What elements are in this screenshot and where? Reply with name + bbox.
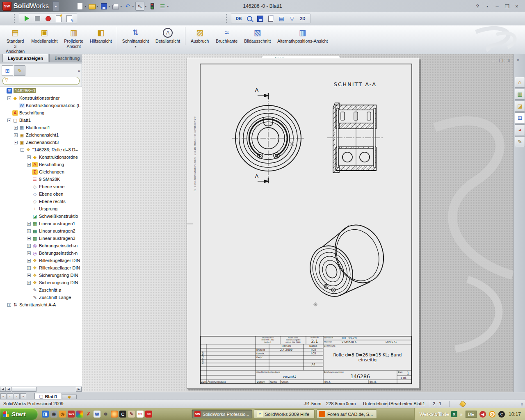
chrome-icon[interactable] [76, 411, 83, 418]
x-app-icon[interactable]: ✗ [85, 411, 92, 418]
paint-icon[interactable]: ✎ [128, 411, 135, 418]
ribbon-button[interactable]: ▥ Alternativpositions-Ansicht [274, 27, 331, 45]
camera-icon[interactable]: ◉ [50, 411, 57, 418]
task-pane-tab[interactable]: ◕ [515, 124, 525, 135]
language-indicator[interactable]: DE [466, 411, 477, 418]
tree-item[interactable]: Σ Gleichungen [0, 168, 82, 176]
section-view[interactable] [327, 103, 384, 173]
help-caret-icon[interactable]: ▾ [484, 5, 491, 8]
structure-icon[interactable]: ▤ [277, 14, 285, 23]
ribbon-button[interactable]: ▥ Projizierte Ansicht [61, 27, 87, 50]
task-pane-tab[interactable]: ✎ [515, 136, 525, 147]
toolbar-button[interactable]: ▾ [75, 1, 87, 11]
expander-toggle[interactable]: + [27, 251, 31, 255]
expander-toggle[interactable]: + [27, 244, 31, 248]
scroll-left2-icon[interactable]: ◀ [6, 387, 11, 392]
tree-item[interactable]: + ❖ Rillenkugellager DIN [0, 257, 82, 264]
tree-item[interactable]: ☰ 9 SMn28K [0, 176, 82, 183]
tree-item[interactable]: + ❖ Sicherungsring DIN [0, 279, 82, 286]
tree-item[interactable]: ◇ Ebene oben [0, 190, 82, 198]
werkstoffliste-button[interactable]: Werkstoffliste X [420, 411, 457, 417]
featuremanager-tree-tab[interactable]: ⊞ [2, 65, 13, 76]
expander-toggle[interactable]: + [27, 229, 31, 233]
tree-item[interactable]: - ▢ Blatt1 [0, 116, 82, 124]
scroll-right-icon[interactable]: ▶ [76, 387, 82, 392]
tree-filter-input[interactable] [2, 77, 80, 85]
dropdown-caret-icon[interactable]: ▾ [135, 45, 136, 48]
solidworks-icon[interactable]: SW [145, 411, 152, 418]
dropdown-caret-icon[interactable]: ▾ [84, 5, 86, 8]
close-button[interactable]: × [514, 3, 520, 9]
dropdown-caret-icon[interactable]: ▾ [145, 5, 146, 8]
last-sheet-icon[interactable]: » [20, 393, 26, 399]
toolbar-button[interactable]: ▾ [87, 1, 98, 11]
expander-toggle[interactable]: + [27, 281, 31, 285]
maximize-button[interactable]: ❒ [504, 3, 510, 9]
tree-item[interactable]: + ▩ Linear austragen1 [0, 220, 82, 227]
tag-icon[interactable] [459, 401, 466, 408]
taskbar-button[interactable]: ? SolidWorks 2009 Hilfe [254, 409, 315, 419]
tree-item[interactable]: - ▣ Zeichenansicht3 [0, 139, 82, 146]
ribbon-button[interactable]: ▣ Modellansicht [28, 27, 61, 45]
clock-app-icon[interactable]: ◷ [59, 411, 66, 418]
start-button[interactable]: Start [0, 408, 38, 420]
expander-toggle[interactable]: - [7, 96, 11, 100]
doc-close-button[interactable]: × [507, 58, 510, 64]
help-button[interactable]: ? [474, 3, 481, 9]
dropdown-caret-icon[interactable]: ▾ [108, 5, 110, 8]
scrollbar-thumb[interactable] [12, 387, 37, 392]
expander-toggle[interactable]: + [7, 303, 11, 307]
tree-item[interactable]: + Ursprung [0, 205, 82, 212]
status-sheet-scale[interactable]: 2 : 1 [433, 401, 441, 406]
minimize-button[interactable]: – [494, 3, 500, 9]
expander-toggle[interactable]: + [27, 163, 31, 167]
tree-item[interactable]: + ▦ Blattformat1 [0, 124, 82, 131]
panel-overflow-chevron[interactable]: » [78, 68, 80, 73]
front-view[interactable]: A A [232, 87, 304, 183]
save-db-icon[interactable] [256, 14, 264, 23]
drawing-sheet[interactable]: Für diese Zeichnung behalten wir uns all… [187, 58, 419, 389]
tree-item[interactable]: + ◆ Konstruktionsordne [0, 153, 82, 161]
tree-item[interactable]: + ▩ Linear austragen3 [0, 235, 82, 242]
tray-clock-icon[interactable]: ◷ [489, 411, 495, 418]
ribbon-button[interactable]: A Detailansicht [152, 27, 183, 45]
expander-toggle[interactable]: - [7, 119, 11, 122]
expander-toggle[interactable]: + [27, 155, 31, 159]
expander-toggle[interactable]: + [14, 133, 18, 137]
toolbar-button[interactable]: ▾ [111, 1, 122, 11]
tray-chevron-icon[interactable]: » [460, 412, 463, 417]
task-pane-close-icon[interactable]: × [516, 57, 520, 63]
tree-item[interactable]: ✎ Zuschnitt ø [0, 286, 82, 294]
first-sheet-icon[interactable]: « [0, 393, 7, 399]
task-pane-tab[interactable]: ⊞ [515, 112, 525, 123]
tree-item[interactable]: ⊞ 146286~0 [0, 87, 82, 94]
word-icon[interactable]: W [94, 411, 100, 418]
ribbon-button[interactable]: ◧ Hilfsansicht [87, 27, 115, 45]
doc-restore-button[interactable]: ❒ [499, 58, 504, 64]
dropdown-caret-icon[interactable]: ▾ [167, 5, 169, 8]
tree-item[interactable]: ✎ Zuschnitt Länge [0, 294, 82, 301]
toolbar-button[interactable]: ▾ [99, 1, 110, 11]
expander-toggle[interactable]: - [21, 148, 24, 152]
task-pane-tab[interactable]: ▥ [515, 89, 525, 100]
tree-item[interactable]: - ❖ "146286; Rolle d=8 D= [0, 146, 82, 153]
tree-item[interactable]: + ◎ Bohrungseinstich-n [0, 249, 82, 257]
graphics-area[interactable]: ▦ ↻ ▾ ∞ [82, 54, 525, 392]
expander-toggle[interactable]: + [27, 222, 31, 226]
taskbar-button[interactable]: Foren auf CAD.de, S... [316, 409, 377, 419]
scroll-left-icon[interactable]: ◀ [0, 387, 6, 392]
toolbar-button[interactable]: ↶ ▾ [123, 1, 134, 11]
toolbar-grip[interactable] [14, 14, 16, 23]
sws-icon[interactable]: SWS [68, 411, 75, 418]
tray-back-icon[interactable]: ◀ [479, 411, 486, 418]
filter-icon[interactable]: ▽ [288, 14, 296, 23]
ribbon-button[interactable]: ≈ Bruchkante [212, 27, 241, 45]
expander-toggle[interactable]: + [14, 126, 18, 130]
tree-item[interactable]: + ▩ Linear austragen2 [0, 227, 82, 235]
menu-expand-arrow-icon[interactable]: ▸ [52, 1, 59, 11]
panel-horizontal-scrollbar[interactable]: ◀ ◀ ▶ [0, 386, 82, 392]
prev-sheet-icon[interactable]: ‹ [7, 393, 13, 399]
record-macro-icon[interactable] [44, 14, 52, 23]
expander-toggle[interactable]: + [27, 259, 31, 262]
run-macro-icon[interactable] [23, 14, 31, 23]
